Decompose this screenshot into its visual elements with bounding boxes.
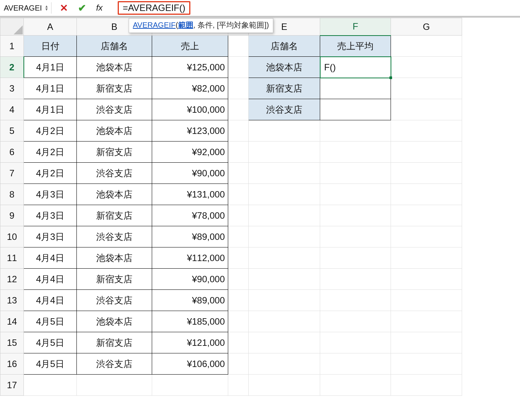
cell-F5[interactable] <box>320 120 391 142</box>
cell-E1[interactable]: 店舗名 <box>249 36 320 57</box>
cell-G1[interactable] <box>391 36 462 57</box>
cell-F9[interactable] <box>320 205 391 226</box>
cell-B1[interactable]: 店舗名 <box>77 36 152 57</box>
row-header-9[interactable]: 9 <box>0 205 24 226</box>
cell-E9[interactable] <box>249 205 320 226</box>
col-header-A[interactable]: A <box>24 18 77 36</box>
cell-G13[interactable] <box>391 290 462 311</box>
cell-E7[interactable] <box>249 163 320 184</box>
cell-B5[interactable]: 池袋本店 <box>77 120 152 142</box>
cell-C10[interactable]: ¥89,000 <box>152 226 228 247</box>
cancel-icon[interactable]: ✕ <box>60 2 68 14</box>
cell-E6[interactable] <box>249 142 320 163</box>
cell-D3[interactable] <box>228 78 249 99</box>
row-header-13[interactable]: 13 <box>0 290 24 311</box>
cell-G8[interactable] <box>391 184 462 205</box>
row-header-12[interactable]: 12 <box>0 269 24 290</box>
cell-G15[interactable] <box>391 332 462 353</box>
cell-A2[interactable]: 4月1日 <box>24 57 77 78</box>
cell-A4[interactable]: 4月1日 <box>24 99 77 120</box>
cell-D14[interactable] <box>228 311 249 332</box>
cell-F16[interactable] <box>320 353 391 375</box>
cell-C17[interactable] <box>152 375 228 396</box>
cell-C8[interactable]: ¥131,000 <box>152 184 228 205</box>
cell-E4[interactable]: 渋谷支店 <box>249 99 320 120</box>
cell-F12[interactable] <box>320 269 391 290</box>
cell-C5[interactable]: ¥123,000 <box>152 120 228 142</box>
cell-B12[interactable]: 新宿支店 <box>77 269 152 290</box>
select-all-corner[interactable] <box>0 18 24 36</box>
cell-D7[interactable] <box>228 163 249 184</box>
row-header-8[interactable]: 8 <box>0 184 24 205</box>
cell-D1[interactable] <box>228 36 249 57</box>
cell-C9[interactable]: ¥78,000 <box>152 205 228 226</box>
cell-E8[interactable] <box>249 184 320 205</box>
cell-G2[interactable] <box>391 57 462 78</box>
cell-E16[interactable] <box>249 353 320 375</box>
cell-E13[interactable] <box>249 290 320 311</box>
cell-C2[interactable]: ¥125,000 <box>152 57 228 78</box>
cell-F13[interactable] <box>320 290 391 311</box>
cell-B13[interactable]: 渋谷支店 <box>77 290 152 311</box>
cell-C3[interactable]: ¥82,000 <box>152 78 228 99</box>
cell-A14[interactable]: 4月5日 <box>24 311 77 332</box>
name-box-stepper-icon[interactable]: ▲▼ <box>44 5 50 11</box>
row-header-5[interactable]: 5 <box>0 120 24 142</box>
cell-A8[interactable]: 4月3日 <box>24 184 77 205</box>
cell-F7[interactable] <box>320 163 391 184</box>
cell-G7[interactable] <box>391 163 462 184</box>
cell-A12[interactable]: 4月4日 <box>24 269 77 290</box>
fx-icon[interactable]: fx <box>96 3 103 13</box>
row-header-6[interactable]: 6 <box>0 142 24 163</box>
cell-E2[interactable]: 池袋本店 <box>249 57 320 78</box>
cell-G11[interactable] <box>391 247 462 269</box>
cell-E3[interactable]: 新宿支店 <box>249 78 320 99</box>
cell-E15[interactable] <box>249 332 320 353</box>
row-header-10[interactable]: 10 <box>0 226 24 247</box>
cell-D11[interactable] <box>228 247 249 269</box>
row-header-7[interactable]: 7 <box>0 163 24 184</box>
cell-F2[interactable]: F() <box>320 57 391 78</box>
cell-D4[interactable] <box>228 99 249 120</box>
cell-D13[interactable] <box>228 290 249 311</box>
cell-C7[interactable]: ¥90,000 <box>152 163 228 184</box>
col-header-F[interactable]: F <box>320 18 391 36</box>
cell-C12[interactable]: ¥90,000 <box>152 269 228 290</box>
row-header-11[interactable]: 11 <box>0 247 24 269</box>
cell-C1[interactable]: 売上 <box>152 36 228 57</box>
cell-D15[interactable] <box>228 332 249 353</box>
row-header-15[interactable]: 15 <box>0 332 24 353</box>
col-header-G[interactable]: G <box>391 18 462 36</box>
cell-E12[interactable] <box>249 269 320 290</box>
cell-C11[interactable]: ¥112,000 <box>152 247 228 269</box>
row-header-17[interactable]: 17 <box>0 375 24 396</box>
cell-D6[interactable] <box>228 142 249 163</box>
cell-E14[interactable] <box>249 311 320 332</box>
cell-B8[interactable]: 池袋本店 <box>77 184 152 205</box>
spreadsheet-grid[interactable]: A B C D E F G 1 日付 店舗名 売上 店舗名 売上平均 <box>0 18 462 396</box>
cell-G9[interactable] <box>391 205 462 226</box>
cell-A5[interactable]: 4月2日 <box>24 120 77 142</box>
cell-F3[interactable] <box>320 78 391 99</box>
cell-G17[interactable] <box>391 375 462 396</box>
cell-B7[interactable]: 渋谷支店 <box>77 163 152 184</box>
cell-E10[interactable] <box>249 226 320 247</box>
cell-F4[interactable] <box>320 99 391 120</box>
cell-C4[interactable]: ¥100,000 <box>152 99 228 120</box>
cell-F14[interactable] <box>320 311 391 332</box>
cell-G4[interactable] <box>391 99 462 120</box>
cell-F15[interactable] <box>320 332 391 353</box>
cell-B15[interactable]: 新宿支店 <box>77 332 152 353</box>
cell-B14[interactable]: 池袋本店 <box>77 311 152 332</box>
cell-D10[interactable] <box>228 226 249 247</box>
cell-C16[interactable]: ¥106,000 <box>152 353 228 375</box>
row-header-16[interactable]: 16 <box>0 353 24 375</box>
cell-B6[interactable]: 新宿支店 <box>77 142 152 163</box>
cell-A10[interactable]: 4月3日 <box>24 226 77 247</box>
cell-A3[interactable]: 4月1日 <box>24 78 77 99</box>
cell-G3[interactable] <box>391 78 462 99</box>
cell-B9[interactable]: 新宿支店 <box>77 205 152 226</box>
cell-B10[interactable]: 渋谷支店 <box>77 226 152 247</box>
cell-C6[interactable]: ¥92,000 <box>152 142 228 163</box>
row-header-4[interactable]: 4 <box>0 99 24 120</box>
